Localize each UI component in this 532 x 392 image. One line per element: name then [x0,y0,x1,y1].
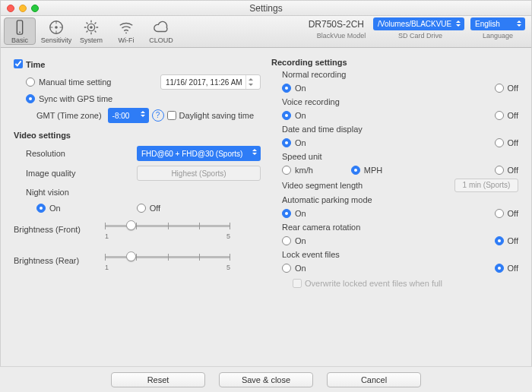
phone-icon [11,19,28,36]
gmt-row: GMT (Time zone) -8:00 ? Daylight saving … [36,108,261,123]
datetime-options: On Off [282,136,518,149]
park-off-radio[interactable] [495,209,504,218]
titlebar: Settings [1,1,531,16]
speed-unit-options: km/h MPH Off [282,163,518,176]
time-checkbox[interactable] [14,59,23,68]
manual-time-radio[interactable] [26,77,35,87]
tab-label: Wi-Fi [109,36,144,44]
help-icon[interactable]: ? [152,109,164,122]
normal-recording-options: On Off [282,81,518,94]
lock-event-label: Lock event files [282,250,518,259]
brightness-front-row: Brightness (Front) 15 [14,218,261,240]
rear-off-radio[interactable] [495,236,504,245]
svg-point-1 [19,32,21,33]
save-button[interactable]: Save & close [219,372,313,387]
dt-on-radio[interactable] [282,138,291,147]
dial-icon [48,19,65,36]
cancel-button[interactable]: Cancel [327,372,421,387]
sync-gps-radio[interactable] [26,94,35,103]
svg-point-9 [90,26,93,29]
brightness-rear-slider[interactable] [105,251,230,263]
park-on-radio[interactable] [282,209,291,218]
voice-on-radio[interactable] [282,111,291,120]
rear-rotation-options: On Off [282,234,518,247]
reset-button[interactable]: Reset [111,372,205,387]
tab-sensitivity[interactable]: Sensitivity [39,17,74,44]
night-vision-options: On Off [36,201,261,215]
video-segment-row: Video segment length 1 min (Sports) [282,179,518,192]
tab-label: Basic [5,36,35,44]
language-select[interactable]: English [470,17,525,30]
svg-point-10 [125,32,127,33]
rear-rotation-label: Rear camera rotation [282,223,518,232]
dt-off-radio[interactable] [495,138,504,147]
video-settings-heading: Video settings [14,131,261,140]
normal-recording-label: Normal recording [282,70,518,79]
overwrite-label: Overwrite locked event files when full [305,279,442,288]
sync-gps-row: Sync with GPS time [26,92,261,106]
resolution-row: Resolution FHD@60 + FHD@30 (Sports) [26,146,261,161]
tab-label: CLOUD [144,36,179,44]
voice-recording-options: On Off [282,109,518,122]
slider-knob[interactable] [126,220,136,230]
slider-knob[interactable] [126,251,136,261]
nv-off-radio[interactable] [137,204,146,213]
datetime-display-label: Date and time display [282,125,518,134]
chevron-updown-icon [251,147,258,156]
footer: Reset Save & close Cancel [0,366,532,392]
overwrite-checkbox [293,279,302,288]
nv-on-label: On [49,204,61,213]
tab-basic[interactable]: Basic [4,17,36,45]
video-segment-label: Video segment length [282,181,363,190]
image-quality-field: Highest (Sports) [137,166,261,181]
time-heading: Time [26,60,45,69]
brightness-rear-row: Brightness (Rear) 15 [14,249,261,271]
drive-label: SD Card Drive [375,32,466,40]
rear-on-radio[interactable] [282,236,291,245]
left-column: Time Manual time setting 11/16/ 2017, 11… [14,53,261,363]
kmh-radio[interactable] [282,166,291,175]
video-segment-field: 1 min (Sports) [454,179,518,192]
resolution-select[interactable]: FHD@60 + FHD@30 (Sports) [137,146,261,161]
drive-select[interactable]: /Volumes/BLACKVUE [373,17,464,30]
gmt-select[interactable]: -8:00 [108,108,149,123]
time-header-row: Time [14,55,261,72]
tab-system[interactable]: System [74,17,109,44]
nv-on-radio[interactable] [36,204,46,213]
lang-label: Language [470,32,525,40]
wifi-icon [118,19,135,36]
chevron-updown-icon [454,19,462,28]
right-column: Recording settings Normal recording On O… [271,53,518,363]
nv-off-label: Off [150,204,160,213]
parking-mode-label: Automatic parking mode [282,195,518,204]
mph-radio[interactable] [351,166,360,175]
lock-event-options: On Off [282,261,518,274]
gmt-label: GMT (Time zone) [36,111,102,120]
normal-off-radio[interactable] [495,84,504,93]
lock-off-radio[interactable] [495,264,504,273]
resolution-label: Resolution [26,149,65,158]
voice-off-radio[interactable] [495,111,504,120]
speed-off-radio[interactable] [495,166,504,175]
dst-label: Daylight saving time [179,111,254,120]
toolbar: Basic Sensitivity System Wi-Fi CLOUD DR7… [1,16,531,48]
brightness-front-slider[interactable] [105,220,230,232]
window-title: Settings [1,3,531,14]
lock-on-radio[interactable] [282,264,291,273]
normal-on-radio[interactable] [282,84,291,93]
parking-mode-options: On Off [282,207,518,220]
image-quality-row: Image quality Highest (Sports) [26,166,261,181]
tab-cloud[interactable]: CLOUD [144,17,179,44]
chevron-updown-icon [139,109,147,119]
tab-wifi[interactable]: Wi-Fi [109,17,144,44]
image-quality-label: Image quality [26,169,75,178]
manual-time-row: Manual time setting 11/16/ 2017, 11:26 A… [26,74,261,90]
speed-unit-label: Speed unit [282,152,518,161]
svg-point-3 [55,26,58,29]
overwrite-row: Overwrite locked event files when full [293,277,518,289]
manual-time-field[interactable]: 11/16/ 2017, 11:26 AM [160,74,261,90]
dst-checkbox[interactable] [167,111,176,120]
model-label: BlackVue Model [312,32,370,40]
sync-gps-label: Sync with GPS time [39,94,112,103]
stepper-icon[interactable] [245,75,255,89]
